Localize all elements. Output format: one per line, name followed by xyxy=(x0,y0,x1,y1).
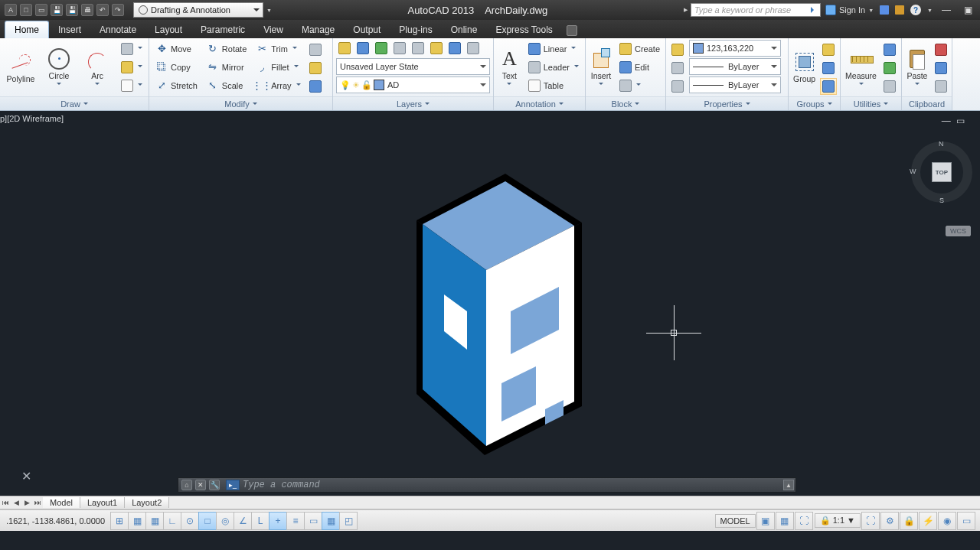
layer-off-icon[interactable] xyxy=(410,40,426,57)
linetype-dropdown[interactable]: ByLayer xyxy=(689,76,781,93)
leader-button[interactable]: Leader xyxy=(525,58,582,76)
layer-properties-icon[interactable] xyxy=(336,40,353,57)
osnap-icon[interactable]: □ xyxy=(198,512,217,530)
sc-icon[interactable]: ◰ xyxy=(339,512,358,530)
panel-annotation-title[interactable]: Annotation xyxy=(494,96,585,110)
cmd-recent-icon[interactable]: ⌂ xyxy=(181,480,192,490)
ribbon-addon-icon[interactable] xyxy=(567,25,577,36)
layer-freeze-icon[interactable] xyxy=(391,40,408,57)
erase-button[interactable] xyxy=(307,41,324,58)
tpy-icon[interactable]: ▭ xyxy=(304,512,322,530)
panel-clipboard-title[interactable]: Clipboard xyxy=(902,96,952,110)
qat-save-icon[interactable]: 💾 xyxy=(51,4,63,16)
qat-saveas-icon[interactable]: 💾 xyxy=(66,4,78,16)
match-icon[interactable] xyxy=(933,78,949,95)
command-close-icon[interactable]: ✕ xyxy=(21,469,31,483)
paste-button[interactable]: Paste xyxy=(905,40,929,95)
qp-icon[interactable]: ▦ xyxy=(322,512,340,530)
line-button[interactable] xyxy=(118,40,145,57)
list-icon[interactable] xyxy=(669,78,686,95)
panel-block-title[interactable]: Block xyxy=(586,96,665,110)
layout-last-icon[interactable]: ⏭ xyxy=(32,497,43,508)
clean-screen-icon[interactable]: ▭ xyxy=(957,512,975,530)
lwt-icon[interactable]: ≡ xyxy=(286,512,305,530)
table-button[interactable]: Table xyxy=(525,76,582,94)
hardware-accel-icon[interactable]: ⚡ xyxy=(919,512,937,530)
create-button[interactable]: Create xyxy=(616,40,663,57)
viewcube-s[interactable]: S xyxy=(939,197,944,204)
tab-plugins[interactable]: Plug-ins xyxy=(390,21,441,38)
panel-utilities-title[interactable]: Utilities xyxy=(841,96,901,110)
snap-icon[interactable]: ▦ xyxy=(128,512,146,530)
exchange-icon[interactable] xyxy=(880,5,889,15)
layer-current-dropdown[interactable]: 💡 ☀ 🔓 AD xyxy=(336,76,490,93)
linear-button[interactable]: Linear xyxy=(525,40,582,57)
tab-layout[interactable]: Layout xyxy=(145,21,191,38)
tab-parametric[interactable]: Parametric xyxy=(191,21,254,38)
lineweight-dropdown[interactable]: ByLayer xyxy=(689,58,781,75)
panel-groups-title[interactable]: Groups xyxy=(789,96,840,110)
circle-button[interactable]: Circle xyxy=(41,40,77,95)
select-all-icon[interactable] xyxy=(881,41,898,58)
workspace-dropdown[interactable]: Drafting & Annotation xyxy=(133,2,263,18)
grid-icon[interactable]: ▦ xyxy=(145,512,164,530)
polar-icon[interactable]: ⊙ xyxy=(181,512,199,530)
qat-new-icon[interactable]: □ xyxy=(20,4,32,16)
edit-button[interactable]: Edit xyxy=(616,58,663,76)
tab-layout1[interactable]: Layout1 xyxy=(80,497,125,508)
layer-states-icon[interactable] xyxy=(354,40,371,57)
stretch-button[interactable]: Stretch xyxy=(152,76,201,94)
tab-view[interactable]: View xyxy=(254,21,292,38)
3dosnap-icon[interactable]: ◎ xyxy=(216,512,234,530)
drawing-canvas[interactable]: p][2D Wireframe] — ▭ N S W TOP WCS ✕ ⌂ ✕… xyxy=(0,111,980,496)
stay-connected-icon[interactable] xyxy=(895,5,904,15)
tab-express[interactable]: Express Tools xyxy=(486,21,561,38)
qat-open-icon[interactable]: ▭ xyxy=(35,4,47,16)
layer-lock-icon[interactable] xyxy=(428,40,445,57)
tab-home[interactable]: Home xyxy=(5,21,49,38)
layer-state-dropdown[interactable]: Unsaved Layer State xyxy=(336,58,490,75)
cut-icon[interactable] xyxy=(933,41,949,58)
command-input-placeholder[interactable]: Type a command xyxy=(243,480,783,490)
toolbar-lock-icon[interactable]: 🔒 xyxy=(900,512,918,530)
fillet-button[interactable]: Fillet xyxy=(253,58,303,76)
isolate-objects-icon[interactable]: ◉ xyxy=(938,512,956,530)
cmd-close-icon[interactable]: ✕ xyxy=(195,480,206,490)
quick-select-icon[interactable] xyxy=(881,60,898,76)
panel-modify-title[interactable]: Modify xyxy=(149,96,332,110)
layout-first-icon[interactable]: ⏮ xyxy=(0,497,11,508)
arc-button[interactable]: Arc xyxy=(80,40,115,95)
layer-prev-icon[interactable] xyxy=(465,40,482,57)
match-properties-icon[interactable] xyxy=(669,41,686,58)
color-dropdown[interactable]: 123,163,220 xyxy=(689,40,781,57)
hatch-button[interactable] xyxy=(118,58,145,76)
mirror-button[interactable]: Mirror xyxy=(204,58,250,76)
recent-docs-icon[interactable]: ▶ xyxy=(684,7,688,13)
move-button[interactable]: Move xyxy=(152,40,201,57)
group-button[interactable]: Group xyxy=(792,40,817,95)
help-search[interactable]: Type a keyword or phrase xyxy=(691,3,821,17)
viewport-controls[interactable]: — ▭ xyxy=(942,116,966,126)
copy-button[interactable]: Copy xyxy=(152,58,201,76)
command-line[interactable]: ⌂ ✕ 🔧 ▸_ Type a command ▲ xyxy=(178,477,796,493)
ungroup-icon[interactable] xyxy=(820,41,837,58)
cmd-expand-icon[interactable]: ▲ xyxy=(783,480,794,490)
viewport-label[interactable]: p][2D Wireframe] xyxy=(0,114,64,123)
signin-button[interactable]: Sign In ▼ xyxy=(825,5,874,15)
trim-button[interactable]: Trim xyxy=(253,40,303,57)
viewcube-top[interactable]: TOP xyxy=(932,162,952,182)
copy-clip-icon[interactable] xyxy=(933,60,949,76)
text-button[interactable]: AText xyxy=(497,40,522,95)
otrack-icon[interactable]: ∠ xyxy=(234,512,252,530)
annotation-visibility-icon[interactable]: ⛶ xyxy=(861,512,880,530)
wcs-label[interactable]: WCS xyxy=(946,226,971,236)
tab-annotate[interactable]: Annotate xyxy=(90,21,145,38)
layer-match-icon[interactable] xyxy=(446,40,463,57)
tab-output[interactable]: Output xyxy=(344,21,390,38)
panel-properties-title[interactable]: Properties xyxy=(666,96,788,110)
tab-insert[interactable]: Insert xyxy=(49,21,90,38)
qat-plot-icon[interactable]: 🖶 xyxy=(81,4,93,16)
tab-online[interactable]: Online xyxy=(442,21,487,38)
lineweight-icon[interactable] xyxy=(669,60,686,76)
workspace-switching-icon[interactable]: ⚙ xyxy=(880,512,899,530)
